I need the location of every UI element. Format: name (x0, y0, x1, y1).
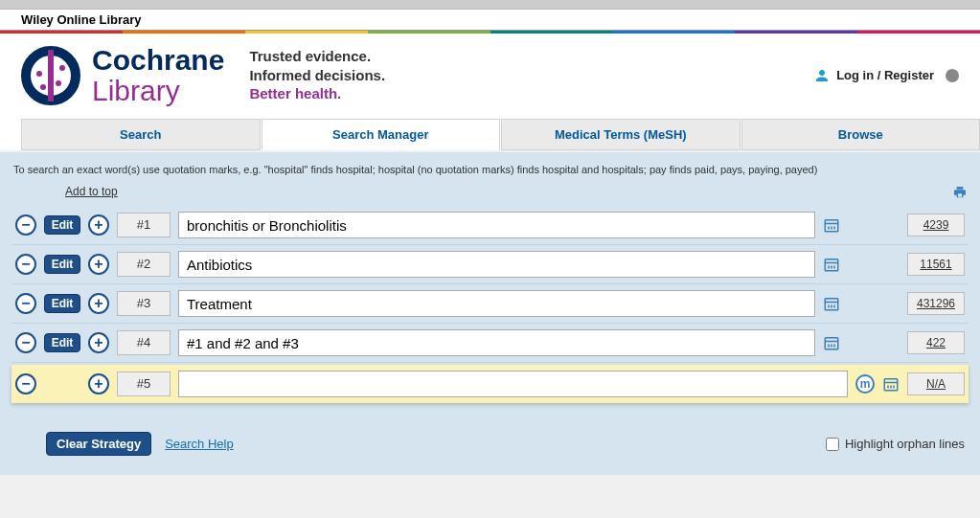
limits-icon[interactable] (823, 216, 840, 234)
add-to-top-link[interactable]: Add to top (65, 185, 118, 200)
limits-icon[interactable] (823, 295, 840, 312)
add-row-button[interactable]: + (88, 254, 109, 275)
search-manager-panel: To search an exact word(s) use quotation… (0, 152, 980, 475)
edit-row-button[interactable]: Edit (44, 333, 81, 352)
add-row-button[interactable]: + (88, 214, 109, 236)
tab-search-manager[interactable]: Search Manager (262, 119, 501, 150)
mesh-lookup-button[interactable]: m (855, 374, 875, 394)
login-register-label: Log in / Register (836, 68, 934, 82)
svg-rect-20 (884, 379, 898, 391)
tagline-line1: Trusted evidence. (249, 47, 385, 66)
result-count[interactable]: 422 (907, 331, 965, 354)
clear-strategy-button[interactable]: Clear Strategy (46, 432, 151, 456)
brand-line2: Library (92, 76, 224, 106)
svg-rect-5 (825, 259, 838, 271)
cochrane-logo-icon (21, 46, 80, 105)
login-register-link[interactable]: Log in / Register (813, 67, 959, 84)
brand-line1: Cochrane (92, 45, 224, 76)
row-number-label: #1 (117, 213, 171, 237)
tagline-line2: Informed decisions. (249, 66, 385, 85)
query-input[interactable] (178, 329, 815, 356)
result-count[interactable]: 4239 (907, 214, 965, 236)
svg-rect-0 (825, 220, 838, 232)
tagline: Trusted evidence. Informed decisions. Be… (249, 47, 385, 103)
header: Cochrane Library Trusted evidence. Infor… (0, 34, 980, 119)
query-input[interactable] (178, 251, 815, 278)
row-number-label: #2 (117, 252, 171, 277)
user-icon (813, 67, 831, 84)
highlight-orphan-label: Highlight orphan lines (845, 437, 965, 451)
edit-row-button[interactable]: Edit (44, 255, 81, 274)
remove-row-button[interactable]: − (15, 293, 36, 314)
tab-search[interactable]: Search (21, 119, 261, 150)
tab-browse[interactable]: Browse (741, 119, 981, 150)
row-number-label: #3 (117, 291, 171, 316)
remove-row-button[interactable]: − (15, 332, 36, 353)
query-input[interactable] (178, 212, 815, 238)
edit-row-button[interactable]: Edit (44, 215, 81, 235)
search-row: −Edit+#3431296 (11, 284, 969, 324)
tab-mesh[interactable]: Medical Terms (MeSH) (501, 119, 741, 150)
limits-icon[interactable] (823, 334, 840, 351)
remove-row-button[interactable]: − (15, 214, 36, 236)
limits-icon[interactable] (882, 375, 900, 393)
svg-rect-15 (825, 338, 838, 349)
remove-row-button[interactable]: − (15, 254, 36, 275)
highlight-orphan-checkbox[interactable] (826, 438, 839, 451)
add-row-button[interactable]: + (88, 373, 109, 394)
query-input[interactable] (178, 290, 815, 317)
edit-row-button[interactable]: Edit (44, 294, 81, 313)
search-row: −Edit+#4422 (11, 324, 969, 363)
print-icon[interactable] (951, 185, 969, 200)
search-help-link[interactable]: Search Help (165, 437, 234, 451)
result-count[interactable]: 431296 (907, 292, 965, 315)
remove-row-button[interactable]: − (15, 373, 36, 394)
query-input[interactable] (178, 371, 848, 397)
main-tabs: Search Search Manager Medical Terms (MeS… (21, 119, 980, 150)
add-row-button[interactable]: + (88, 332, 109, 353)
limits-icon[interactable] (823, 256, 840, 273)
highlight-orphan-lines-toggle[interactable]: Highlight orphan lines (826, 437, 965, 451)
search-hint-text: To search an exact word(s) use quotation… (11, 160, 969, 185)
settings-gear-icon[interactable] (946, 69, 959, 82)
brand-text: Cochrane Library (92, 45, 224, 105)
tagline-line3: Better health. (249, 84, 385, 103)
row-number-label: #5 (117, 372, 171, 396)
row-number-label: #4 (117, 330, 171, 355)
add-row-button[interactable]: + (88, 293, 109, 314)
wiley-online-library-label: Wiley Online Library (0, 10, 980, 31)
search-row: −+#5mN/A (11, 365, 969, 403)
search-row: −Edit+#211561 (11, 245, 969, 284)
result-count[interactable]: N/A (907, 372, 965, 395)
result-count[interactable]: 11561 (907, 253, 965, 276)
svg-rect-10 (825, 299, 838, 310)
search-row: −Edit+#14239 (11, 206, 969, 245)
